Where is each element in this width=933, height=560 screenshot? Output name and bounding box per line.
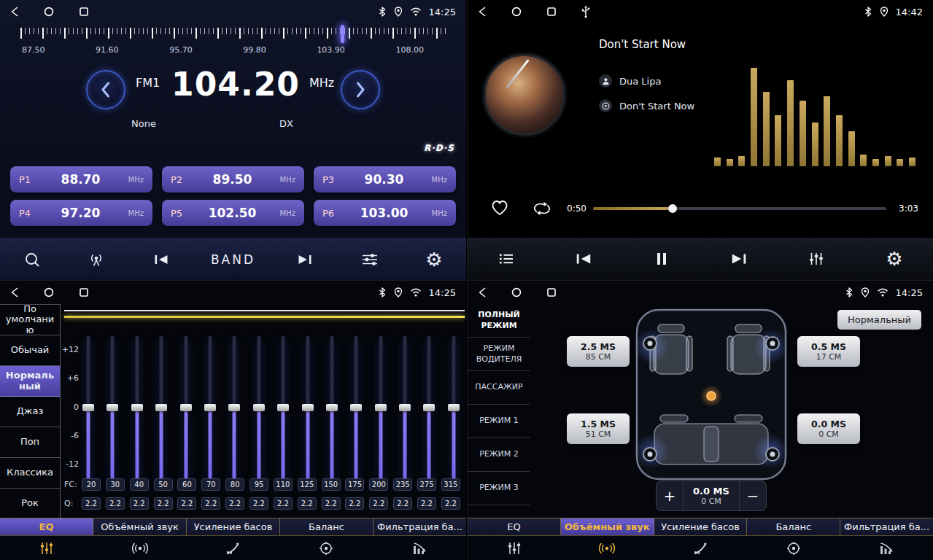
slider-thumb[interactable] (448, 404, 460, 411)
nav-recents-icon[interactable] (79, 287, 89, 298)
nav-recents-icon[interactable] (79, 7, 89, 17)
filter-tab-icon[interactable] (840, 536, 933, 560)
slider-thumb[interactable] (82, 404, 94, 411)
mode-2[interactable]: РЕЖИМ 2 (468, 438, 530, 472)
slider-thumb[interactable] (375, 404, 387, 411)
preset-button[interactable]: P3 90.30 MHz (314, 166, 456, 192)
nav-home-icon[interactable] (511, 287, 522, 298)
mode-3[interactable]: РЕЖИМ 3 (468, 472, 530, 505)
tab-balance[interactable]: Баланс (280, 518, 373, 535)
nav-back-icon[interactable] (10, 7, 19, 17)
tune-settings-icon[interactable] (355, 252, 384, 267)
bass-boost-tab-icon[interactable] (654, 536, 747, 560)
slider-thumb[interactable] (180, 404, 192, 411)
surround-tab-icon[interactable] (561, 536, 654, 560)
stage-preset-badge[interactable]: Нормальный (837, 310, 921, 330)
seek-next-icon[interactable] (290, 254, 320, 265)
delay-decrease-button[interactable]: − (740, 481, 766, 510)
settings-gear-icon[interactable]: ⚙ (880, 249, 909, 268)
nav-home-icon[interactable] (44, 287, 54, 298)
eq-band-slider[interactable] (349, 336, 363, 479)
eq-preset-default[interactable]: По умолчанию (0, 305, 60, 335)
eq-band-slider[interactable] (252, 336, 266, 479)
eq-preset-jazz[interactable]: Джаз (0, 397, 60, 427)
nav-back-icon[interactable] (478, 287, 487, 298)
nav-back-icon[interactable] (10, 287, 19, 298)
delay-front-left[interactable]: 2.5 MS 85 CM (567, 336, 630, 367)
slider-thumb[interactable] (204, 404, 216, 411)
nav-recents-icon[interactable] (546, 287, 557, 298)
eq-preset-rock[interactable]: Рок (0, 489, 60, 519)
playlist-icon[interactable] (492, 252, 521, 265)
frequency-scale[interactable] (20, 28, 447, 41)
eq-band-slider[interactable] (155, 336, 168, 479)
band-button[interactable]: BAND (211, 252, 255, 267)
delay-rear-right[interactable]: 0.0 MS 0 CM (797, 413, 860, 444)
eq-band-slider[interactable] (301, 336, 314, 479)
slider-thumb[interactable] (350, 404, 362, 411)
mode-1[interactable]: РЕЖИМ 1 (468, 405, 530, 438)
eq-band-slider[interactable] (179, 336, 193, 479)
eq-band-slider[interactable] (82, 336, 95, 479)
settings-gear-icon[interactable]: ⚙ (419, 250, 449, 269)
preset-button[interactable]: P2 89.50 MHz (162, 166, 304, 192)
nav-back-icon[interactable] (478, 7, 487, 17)
eq-band-slider[interactable] (228, 336, 241, 479)
filter-tab-icon[interactable] (373, 536, 466, 560)
seek-previous-icon[interactable] (147, 254, 176, 265)
slider-thumb[interactable] (277, 404, 289, 411)
nav-home-icon[interactable] (44, 7, 54, 17)
preset-button[interactable]: P6 103.00 MHz (314, 200, 456, 226)
repeat-icon[interactable] (533, 201, 551, 219)
eq-preset-custom[interactable]: Обычай (0, 335, 60, 366)
eq-band-slider[interactable] (447, 336, 460, 479)
tab-filter[interactable]: Фильтрация ба... (373, 518, 466, 535)
delay-increase-button[interactable]: + (657, 481, 683, 510)
balance-tab-icon[interactable] (279, 536, 373, 560)
eq-band-slider[interactable] (131, 336, 144, 479)
slider-thumb[interactable] (253, 404, 265, 411)
mode-full[interactable]: ПОЛНЫЙ РЕЖИМ (468, 304, 530, 338)
eq-tab-icon[interactable] (468, 536, 561, 560)
tab-filter[interactable]: Фильтрация ба... (840, 518, 933, 535)
progress-knob[interactable] (668, 204, 677, 213)
balance-tab-icon[interactable] (747, 536, 840, 560)
tab-balance[interactable]: Баланс (747, 518, 840, 535)
eq-band-slider[interactable] (106, 336, 119, 479)
slider-thumb[interactable] (302, 404, 314, 411)
nav-home-icon[interactable] (511, 7, 522, 17)
tab-surround[interactable]: Объёмный звук (561, 518, 654, 535)
delay-rear-left[interactable]: 1.5 MS 51 CM (567, 413, 630, 444)
next-track-icon[interactable] (724, 252, 754, 265)
delay-front-right[interactable]: 0.5 MS 17 CM (797, 336, 860, 367)
slider-thumb[interactable] (228, 404, 240, 411)
scan-icon[interactable] (18, 252, 47, 268)
eq-band-slider[interactable] (325, 336, 338, 479)
eq-preset-normal[interactable]: Нормальный (0, 366, 60, 397)
slider-thumb[interactable] (326, 404, 338, 411)
slider-thumb[interactable] (399, 404, 411, 411)
preset-button[interactable]: P4 97.20 MHz (10, 200, 152, 226)
progress-bar[interactable] (593, 207, 886, 210)
tune-up-button[interactable] (341, 70, 380, 109)
mode-passenger[interactable]: ПАССАЖИР (468, 371, 530, 405)
tab-eq[interactable]: EQ (0, 518, 93, 535)
slider-thumb[interactable] (131, 404, 143, 411)
eq-band-slider[interactable] (374, 336, 387, 479)
preset-button[interactable]: P5 102.50 MHz (162, 200, 304, 226)
eq-preset-classic[interactable]: Классика (0, 458, 60, 489)
bass-boost-tab-icon[interactable] (187, 536, 280, 560)
mode-driver[interactable]: РЕЖИМ ВОДИТЕЛЯ (468, 338, 530, 371)
tune-down-button[interactable] (86, 70, 125, 109)
slider-thumb[interactable] (107, 404, 118, 411)
tab-eq[interactable]: EQ (468, 518, 561, 535)
surround-tab-icon[interactable] (93, 536, 187, 560)
preset-button[interactable]: P1 88.70 MHz (10, 166, 152, 192)
equalizer-mixer-icon[interactable] (802, 252, 831, 266)
eq-band-slider[interactable] (422, 336, 435, 479)
eq-band-slider[interactable] (398, 336, 411, 479)
favorite-heart-icon[interactable] (491, 200, 508, 219)
eq-preset-pop[interactable]: Поп (0, 427, 60, 458)
pause-icon[interactable] (647, 252, 676, 266)
eq-band-slider[interactable] (276, 336, 290, 479)
